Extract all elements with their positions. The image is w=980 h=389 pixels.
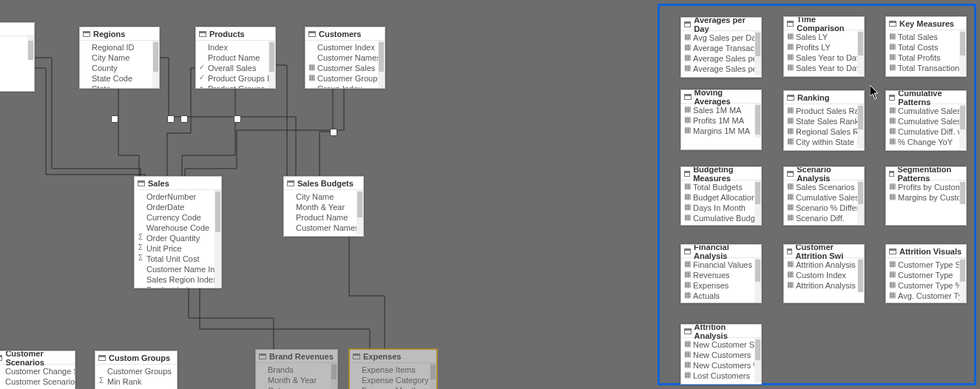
field-row[interactable]: ▦Attrition Analysis Type	[784, 280, 864, 291]
field-row[interactable]: ▦Profits LY	[784, 42, 864, 53]
table-attrition-visuals[interactable]: Attrition Visuals▦Customer Type Sales▦Cu…	[885, 244, 967, 303]
field-row[interactable]: Customer Index	[305, 42, 385, 53]
table-custom-groups[interactable]: Custom GroupsCustomer GroupsΣMin RankMax…	[95, 351, 178, 389]
field-row[interactable]: City Name	[80, 53, 159, 63]
field-row[interactable]: Expense Month	[350, 385, 436, 389]
field-row[interactable]: Customer Groups	[95, 366, 177, 376]
table-brand-revenues[interactable]: Brand RevenuesBrandsMonth & YearCategory	[255, 349, 338, 389]
scrollbar[interactable]	[959, 258, 966, 302]
field-row[interactable]: ✓Overall Sales	[196, 63, 275, 73]
field-row[interactable]: Product Name	[284, 212, 363, 223]
field-row[interactable]: ▦City within State Sale	[784, 137, 864, 147]
table-regions[interactable]: RegionsRegional IDCity NameCountyState C…	[79, 27, 160, 89]
field-row[interactable]: Sales Region Index	[135, 274, 221, 285]
field-row[interactable]: ▦Cumulative Sales LY	[886, 116, 966, 126]
field-row[interactable]: ▦Days In Month	[681, 203, 761, 213]
field-row[interactable]: ΣTotal Unit Cost	[135, 254, 221, 264]
field-row[interactable]: ▦Budget Allocation	[681, 192, 761, 203]
field-row[interactable]: ▦Customer Type %	[886, 280, 966, 291]
field-row[interactable]: Brands	[256, 365, 337, 375]
field-row[interactable]: Warehouse Code	[135, 223, 221, 233]
field-row[interactable]: Index	[196, 42, 275, 53]
model-canvas[interactable]: Year Year RegionsRegional IDCity NameCou…	[0, 0, 980, 389]
field-row[interactable]: Customer Change Scen	[0, 366, 75, 376]
field-row[interactable]: ▦Total Budgets	[681, 182, 761, 192]
field-row[interactable]: State	[80, 84, 159, 89]
field-row[interactable]: Customer Names	[305, 53, 385, 63]
field-row[interactable]: Month & Year	[256, 375, 337, 385]
scrollbar[interactable]	[754, 104, 761, 138]
scrollbar[interactable]	[152, 41, 159, 89]
table-customers[interactable]: CustomersCustomer IndexCustomer Names▦Cu…	[305, 27, 385, 89]
field-row[interactable]: ▦Customer Type Sales	[886, 260, 966, 270]
field-row[interactable]: ▦Sales 1M MA	[681, 105, 761, 115]
field-row[interactable]: ▦Actuals	[681, 291, 761, 301]
field-row[interactable]: ▦% Change YoY	[886, 137, 966, 147]
table-sales-budgets[interactable]: Sales BudgetsCity NameMonth & YearProduc…	[283, 176, 364, 237]
field-row[interactable]: OrderNumber	[135, 192, 221, 202]
table-key-measures[interactable]: Key Measures▦Total Sales▦Total Costs▦Tot…	[885, 16, 967, 77]
field-row[interactable]: ▦Profits by Custom Grou	[886, 182, 966, 192]
scrollbar[interactable]	[959, 30, 966, 75]
scrollbar[interactable]	[857, 180, 864, 225]
field-row[interactable]: ▦Financial Values	[681, 260, 761, 270]
field-row[interactable]: ▦Average Sales per M	[681, 53, 761, 64]
scrollbar[interactable]	[754, 180, 761, 225]
field-row[interactable]: ▦Customer Type	[886, 270, 966, 280]
field-row[interactable]: ▦Attrition Analysis	[784, 260, 864, 270]
scrollbar[interactable]	[331, 363, 337, 389]
field-row[interactable]: Product Index	[135, 285, 221, 288]
field-row[interactable]: County	[80, 63, 159, 73]
field-row[interactable]: ▦Scenario % Difference	[784, 203, 864, 213]
field-row[interactable]: Expense Items	[350, 365, 436, 375]
table-customer-scenarios[interactable]: Customer ScenariosCustomer Change ScenCu…	[0, 351, 75, 389]
field-row[interactable]: Category	[256, 385, 337, 389]
table-scenario-analysis[interactable]: Scenario Analysis▦Sales Scenarios▦Cumula…	[783, 166, 865, 226]
table-financial-analysis[interactable]: Financial Analysis▦Financial Values▦Reve…	[680, 244, 762, 303]
field-row[interactable]: ▦Revenues	[681, 270, 761, 280]
field-row[interactable]: ▦Sales Year to Date	[784, 53, 864, 63]
field-row[interactable]: ▦Customer Group	[305, 73, 385, 84]
field-row[interactable]: Month & Year	[284, 202, 363, 212]
field-row[interactable]: ▦Product Sales Rank	[784, 106, 864, 116]
field-row[interactable]: ▦Average Sales per Cu	[681, 64, 761, 74]
field-row[interactable]: ▦Cumulative Sales	[886, 106, 966, 116]
field-row[interactable]: ▦Margins by Custom Gro	[886, 192, 966, 203]
field-row[interactable]: ▦New Customers	[681, 350, 761, 360]
field-row[interactable]: ▦Total Costs	[886, 42, 966, 53]
table-dates-partial[interactable]: Year Year	[0, 22, 35, 92]
field-row[interactable]: ▦Custom Index	[784, 270, 864, 280]
field-row[interactable]: ΣOrder Quantity	[135, 233, 221, 243]
field-row[interactable]: ▦Regional Sales Rank	[784, 126, 864, 137]
field-row[interactable]: ▦Scenario Diff.	[784, 213, 864, 223]
field-row[interactable]: ▦Cumulative Budgets	[681, 213, 761, 223]
field-row[interactable]: ▦Total Sales	[886, 32, 966, 42]
field-row[interactable]: ▦Avg. Customer Type	[886, 291, 966, 301]
field-row[interactable]: ▸Product Groups	[196, 84, 275, 89]
table-time-comparison[interactable]: Time Comparison▦Sales LY▦Profits LY▦Sale…	[783, 16, 865, 77]
field-row[interactable]: ▦New Customer Sales	[681, 339, 761, 350]
table-ranking[interactable]: Ranking▦Product Sales Rank▦State Sales R…	[783, 90, 865, 151]
field-row[interactable]: Currency Code	[135, 212, 221, 223]
scrollbar[interactable]	[857, 30, 864, 75]
field-row[interactable]: ▦Total Transactions	[886, 63, 966, 73]
table-attrition-analysis[interactable]: Attrition Analysis▦New Customer Sales▦Ne…	[680, 324, 762, 385]
field-row[interactable]: ▦Cumulative Sales Sce	[784, 192, 864, 203]
table-cumulative-patterns[interactable]: Cumulative Patterns▦Cumulative Sales▦Cum…	[885, 90, 967, 151]
field-row[interactable]: ▦New Customers %	[681, 360, 761, 371]
field-row[interactable]: ▦State Sales Rank	[784, 116, 864, 126]
field-row[interactable]: ▦Cumulative Diff. vs L	[886, 126, 966, 137]
field-row[interactable]: ▦Margins 1M MA	[681, 126, 761, 136]
field-row[interactable]: ▦Total Profits	[886, 53, 966, 63]
field-row[interactable]: Regional ID	[80, 42, 159, 53]
field-row[interactable]: Group Index	[305, 84, 385, 89]
field-row[interactable]: ▦Lost Customers	[681, 371, 761, 381]
scrollbar[interactable]	[378, 41, 385, 89]
field-row[interactable]: ▦Customer Sales Rank	[305, 63, 385, 73]
field-row[interactable]: ▦Sales Year to Date LY	[784, 63, 864, 73]
table-expenses[interactable]: ExpensesExpense ItemsExpense CategoryExp…	[349, 349, 437, 389]
field-row[interactable]: ▦Profits 1M MA	[681, 115, 761, 126]
scrollbar[interactable]	[754, 31, 761, 75]
field-row[interactable]: Customer Scenarios	[0, 376, 75, 387]
field-row[interactable]: ▦Expenses	[681, 280, 761, 291]
